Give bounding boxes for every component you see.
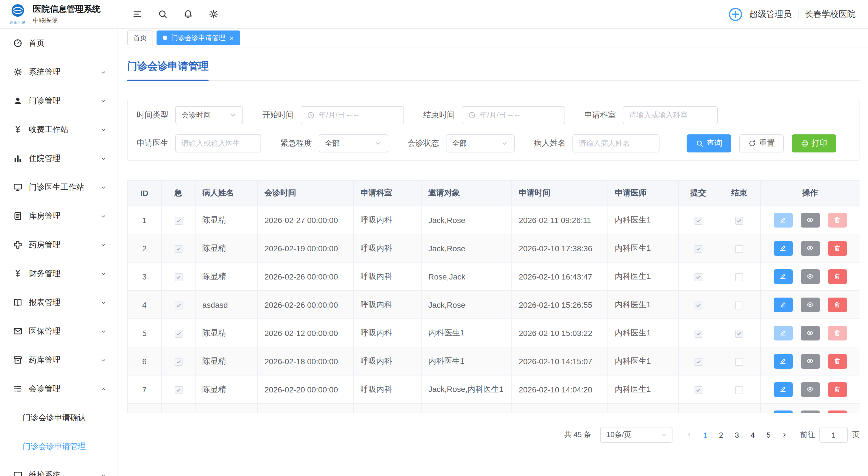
view-button[interactable] [801, 241, 820, 256]
table-cell: 2026-02-10 17:38:36 [512, 234, 608, 262]
sidebar-item[interactable]: 报表管理 [0, 288, 117, 317]
page-number-button[interactable]: 1 [698, 427, 713, 443]
sidebar-item[interactable]: 药房管理 [0, 230, 117, 259]
filter-buttons: 查询重置打印 [687, 134, 836, 152]
goto-page-input[interactable]: 1 [819, 427, 848, 443]
table-cell [718, 319, 761, 347]
sidebar-item[interactable]: 门诊管理 [0, 87, 117, 115]
delete-button[interactable] [828, 241, 847, 256]
edit-button[interactable] [773, 269, 793, 284]
table-cell [678, 262, 718, 291]
text-input[interactable]: 请输入或输入科室 [623, 106, 718, 124]
query-button[interactable]: 查询 [687, 134, 731, 152]
monitor-icon [13, 470, 23, 476]
header-user-area: 超级管理员 长春学校医院 [728, 6, 868, 22]
chevron-down-icon [100, 155, 107, 162]
user-avatar-icon[interactable] [728, 6, 743, 22]
input-placeholder: 请输入或输入医生 [181, 138, 255, 148]
delete-button[interactable] [828, 354, 847, 368]
sidebar-item-label: 住院管理 [29, 153, 100, 164]
sidebar-item[interactable]: 首页 [0, 29, 117, 58]
filter-field: 时间类型会诊时间 [137, 106, 243, 124]
delete-button[interactable] [828, 410, 847, 413]
view-button[interactable] [801, 410, 820, 413]
check-icon [176, 387, 181, 393]
button-label: 查询 [706, 138, 722, 148]
filter-field: 病人姓名请输入病人姓名 [534, 134, 659, 152]
sidebar-item[interactable]: 库房管理 [0, 202, 117, 230]
date-input[interactable]: 年/月/日 --:-- [301, 106, 404, 124]
tab-home[interactable]: 首页 [127, 31, 153, 45]
table-cell [161, 403, 195, 413]
bell-icon[interactable] [183, 9, 193, 19]
sidebar-item[interactable]: 会诊管理 [0, 374, 117, 403]
page-number-button[interactable]: 4 [745, 427, 761, 443]
check-icon [695, 387, 701, 393]
delete-button[interactable] [828, 297, 847, 312]
sidebar-item[interactable]: 医保管理 [0, 317, 117, 346]
table-cell: Rose,Jack [421, 262, 512, 291]
menu-icon[interactable] [132, 9, 143, 19]
reset-button[interactable]: 重置 [739, 134, 784, 152]
text-input[interactable]: 请输入或输入医生 [175, 134, 261, 152]
date-input[interactable]: 年/月/日 --:-- [462, 106, 565, 124]
prev-page-button[interactable] [682, 427, 698, 443]
view-button[interactable] [801, 269, 820, 284]
text-input[interactable]: 请输入病人姓名 [572, 134, 659, 152]
page-number-button[interactable]: 5 [761, 427, 776, 443]
sidebar-item[interactable]: 住院管理 [0, 144, 117, 173]
chevron-left-icon [686, 431, 693, 438]
sidebar-item[interactable]: 维护系统 [0, 461, 117, 476]
sidebar-item[interactable]: 收费工作站 [0, 115, 117, 144]
table-cell: 内科医生1 [421, 319, 512, 347]
page-size-select[interactable]: 10条/页 [600, 427, 673, 443]
tab-consultation-management[interactable]: 门诊会诊申请管理 × [157, 31, 240, 45]
delete-button[interactable] [828, 269, 847, 284]
print-button[interactable]: 打印 [792, 134, 836, 152]
search-icon[interactable] [158, 9, 168, 19]
column-header: 病人姓名 [195, 180, 257, 206]
edit-icon [779, 244, 786, 252]
edit-button[interactable] [773, 382, 793, 397]
finished-checkbox [735, 386, 743, 394]
finished-checkbox [735, 245, 743, 253]
close-icon[interactable]: × [229, 34, 234, 41]
sidebar-item-label: 药房管理 [29, 240, 100, 250]
finished-checkbox [735, 330, 743, 337]
filter-select[interactable]: 全部 [446, 134, 515, 152]
urgent-checkbox [174, 330, 182, 337]
view-button[interactable] [801, 354, 820, 368]
settings-icon[interactable] [209, 9, 219, 19]
view-button[interactable] [801, 326, 820, 340]
row-actions [763, 410, 857, 413]
page-number-button[interactable]: 3 [729, 427, 745, 443]
filter-select[interactable]: 全部 [319, 134, 388, 152]
sidebar-item-label: 药库管理 [29, 355, 100, 365]
check-icon [176, 331, 181, 336]
sidebar-item[interactable]: 财务管理 [0, 259, 117, 288]
sidebar-subitem[interactable]: 门诊会诊申请管理 [0, 432, 117, 461]
edit-button[interactable] [773, 241, 793, 256]
page-number-button[interactable]: 2 [713, 427, 729, 443]
eye-icon [806, 216, 814, 224]
delete-button[interactable] [828, 382, 847, 397]
sidebar-subitem[interactable]: 门诊会诊申请确认 [0, 403, 117, 432]
table-cell [161, 347, 195, 375]
table-cell [353, 403, 421, 413]
user-role[interactable]: 超级管理员 [749, 9, 792, 20]
edit-button[interactable] [773, 410, 793, 413]
sidebar-item[interactable]: 系统管理 [0, 58, 117, 87]
view-button[interactable] [801, 297, 820, 312]
sidebar-item[interactable]: 药库管理 [0, 346, 117, 374]
view-button[interactable] [801, 382, 820, 397]
table-cell: 内科医生1 [608, 347, 678, 375]
view-button[interactable] [801, 213, 820, 227]
next-page-button[interactable] [776, 427, 792, 443]
edit-button[interactable] [773, 354, 793, 368]
logo-text: 医院信息管理系统 中联医院 [33, 4, 101, 25]
table-cell [161, 262, 195, 291]
sidebar-item[interactable]: 门诊医生工作站 [0, 173, 117, 202]
edit-button[interactable] [773, 297, 793, 312]
table-cell [761, 291, 860, 319]
filter-select[interactable]: 会诊时间 [175, 106, 243, 124]
